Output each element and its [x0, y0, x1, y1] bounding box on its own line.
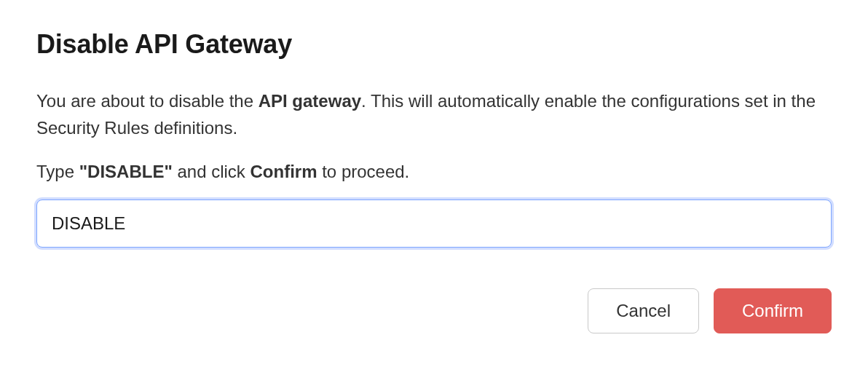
instruction-keyword: "DISABLE"	[79, 162, 173, 181]
disable-api-gateway-dialog: Disable API Gateway You are about to dis…	[36, 29, 832, 333]
instruction-action: Confirm	[250, 162, 317, 181]
instruction-pre: Type	[36, 162, 79, 181]
dialog-button-row: Cancel Confirm	[36, 288, 832, 333]
confirm-button[interactable]: Confirm	[714, 288, 832, 333]
instruction-post: to proceed.	[317, 162, 410, 181]
dialog-message-pre: You are about to disable the	[36, 91, 259, 111]
dialog-message: You are about to disable the API gateway…	[36, 87, 832, 141]
instruction-mid: and click	[173, 162, 250, 181]
dialog-message-bold: API gateway	[259, 91, 361, 111]
confirm-input[interactable]	[36, 200, 832, 248]
dialog-instruction: Type "DISABLE" and click Confirm to proc…	[36, 162, 832, 182]
cancel-button[interactable]: Cancel	[588, 288, 699, 333]
dialog-title: Disable API Gateway	[36, 29, 832, 60]
